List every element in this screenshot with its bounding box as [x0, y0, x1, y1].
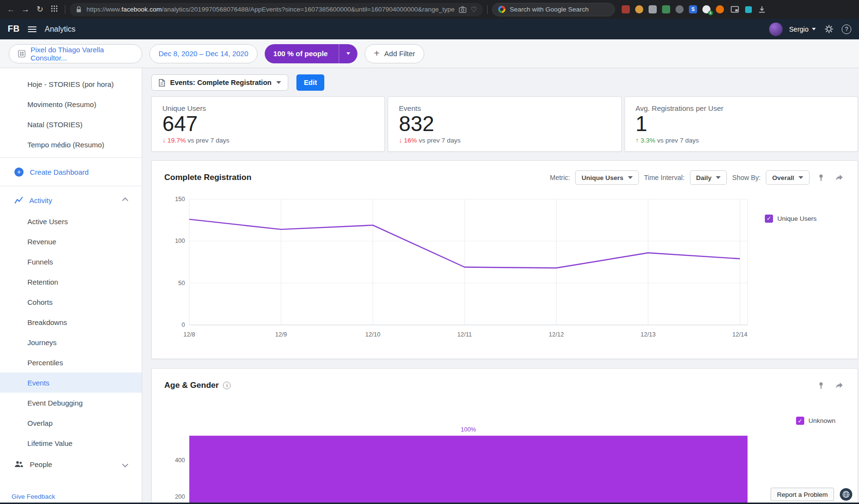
svg-text:100: 100 — [175, 238, 185, 244]
date-range-selector[interactable]: Dec 8, 2020 – Dec 14, 2020 — [149, 44, 258, 63]
sidebar: Hoje - STORIES (por hora)Movimento (Resu… — [0, 68, 142, 504]
sidebar-item-events[interactable]: Events — [0, 372, 142, 393]
activity-icon — [14, 196, 23, 204]
download-icon[interactable] — [758, 6, 766, 13]
chevron-down-icon — [716, 176, 721, 179]
entity-name: Pixel do Thiago Varella Consultor... — [31, 46, 134, 62]
user-menu[interactable]: Sergio — [789, 25, 816, 33]
info-icon[interactable]: i — [223, 382, 231, 389]
sidebar-item-lifetime-value[interactable]: Lifetime Value — [0, 433, 142, 453]
chevron-down-icon — [276, 81, 281, 84]
chart-title: Age & Gender — [164, 381, 219, 390]
extension-icon-1[interactable] — [622, 5, 630, 13]
document-icon — [159, 79, 165, 87]
hamburger-menu-icon[interactable] — [28, 26, 37, 32]
sidebar-item-natal-stories[interactable]: Natal (STORIES) — [0, 114, 142, 134]
edit-button[interactable]: Edit — [296, 74, 324, 91]
report-problem-button[interactable]: Report a Problem — [771, 488, 834, 501]
sidebar-item-percentiles[interactable]: Percentiles — [0, 352, 142, 372]
fb-logo[interactable]: FB — [8, 24, 20, 34]
time-interval-select[interactable]: Daily — [690, 170, 727, 185]
back-button[interactable]: ← — [5, 5, 17, 14]
show-by-select[interactable]: Overall — [766, 170, 810, 185]
url-bar[interactable]: https://www.facebook.com/analytics/20199… — [70, 3, 483, 16]
svg-text:50: 50 — [178, 280, 185, 287]
sidebar-item-active-users[interactable]: Active Users — [0, 211, 142, 231]
sidebar-item-hoje-stories-por-hora[interactable]: Hoje - STORIES (por hora) — [0, 74, 142, 94]
event-selector[interactable]: Events: Complete Registration — [151, 74, 288, 91]
time-interval-label: Time Interval: — [644, 174, 685, 181]
fullscreen-icon[interactable] — [731, 6, 739, 13]
extension-icon-8[interactable] — [716, 5, 724, 13]
chevron-down-icon — [798, 176, 803, 179]
globe-icon[interactable] — [840, 488, 852, 501]
reload-button[interactable]: ↻ — [34, 4, 46, 14]
legend-checkbox[interactable]: ✓ — [796, 417, 804, 425]
apps-grid-icon[interactable] — [48, 5, 61, 14]
forward-button[interactable]: → — [19, 5, 32, 14]
sidebar-item-event-debugging[interactable]: Event Debugging — [0, 393, 142, 413]
legend-label: Unique Users — [777, 215, 817, 222]
svg-text:12/12: 12/12 — [549, 331, 564, 338]
heart-icon[interactable]: ♡ — [471, 5, 477, 14]
sidebar-item-cohorts[interactable]: Cohorts — [0, 292, 142, 312]
extension-icon-4[interactable] — [662, 5, 670, 13]
stat-delta: ↑ 3.3% — [636, 137, 655, 144]
create-dashboard-label: Create Dashboard — [30, 168, 89, 176]
sidebar-item-breakdowns[interactable]: Breakdowns — [0, 312, 142, 332]
avatar[interactable] — [769, 23, 783, 36]
extension-icon-7[interactable]: 1 — [702, 5, 711, 13]
svg-text:200: 200 — [175, 493, 185, 500]
chart-legend: ✓ Unique Users — [765, 214, 817, 223]
extension-icon-5[interactable] — [675, 5, 684, 13]
sidebar-section-activity[interactable]: Activity — [0, 189, 142, 211]
stat-label: Events — [399, 104, 610, 112]
sidebar-section-people[interactable]: People — [0, 453, 142, 475]
people-filter-text: 100 % of people — [273, 49, 328, 58]
sidebar-item-tempo-m-dio-resumo[interactable]: Tempo médio (Resumo) — [0, 134, 142, 155]
sidebar-item-journeys[interactable]: Journeys — [0, 332, 142, 352]
registration-line-chart: 05010015012/812/912/1012/1112/1212/1312/… — [164, 192, 750, 341]
chevron-down-icon — [346, 52, 350, 55]
sidebar-item-create-dashboard[interactable]: + Create Dashboard — [0, 161, 142, 183]
people-filter-caret[interactable] — [339, 44, 357, 63]
stat-delta-suffix: vs prev 7 days — [657, 137, 699, 144]
metric-select[interactable]: Unique Users — [575, 170, 638, 185]
content: Hoje - STORIES (por hora)Movimento (Resu… — [0, 68, 859, 504]
help-icon[interactable]: ? — [842, 24, 851, 34]
camera-icon[interactable] — [459, 6, 466, 13]
entity-selector[interactable]: Pixel do Thiago Varella Consultor... — [9, 44, 142, 63]
share-icon[interactable] — [833, 379, 845, 392]
dashboard-list: Hoje - STORIES (por hora)Movimento (Resu… — [0, 74, 142, 155]
filter-toolbar: Pixel do Thiago Varella Consultor... Dec… — [0, 39, 859, 68]
extension-icon-3[interactable] — [649, 5, 657, 13]
people-label: People — [30, 460, 52, 468]
sidebar-item-funnels[interactable]: Funnels — [0, 252, 142, 272]
svg-text:400: 400 — [175, 457, 185, 464]
google-search-box[interactable]: Search with Google Search — [492, 3, 615, 16]
sidebar-item-overlap[interactable]: Overlap — [0, 413, 142, 433]
age-gender-card: Age & Gender i ✓ Unknown 400200100% — [151, 368, 858, 504]
plus-circle-icon: + — [14, 168, 24, 177]
give-feedback-link[interactable]: Give Feedback — [12, 493, 55, 500]
sidebar-item-revenue[interactable]: Revenue — [0, 231, 142, 252]
stat-delta-suffix: vs prev 7 days — [188, 137, 230, 144]
people-filter[interactable]: 100 % of people — [265, 44, 357, 63]
share-icon[interactable] — [833, 171, 845, 184]
svg-text:12/8: 12/8 — [184, 331, 195, 338]
chart-title: Complete Registration — [164, 173, 251, 182]
google-search-text: Search with Google Search — [510, 6, 589, 13]
sidebar-item-retention[interactable]: Retention — [0, 272, 142, 292]
settings-gear-icon[interactable] — [822, 23, 835, 36]
sidebar-item-movimento-resumo[interactable]: Movimento (Resumo) — [0, 94, 142, 114]
browser-chrome: ← → ↻ https://www.facebook.com/analytics… — [0, 0, 859, 19]
pin-icon[interactable] — [815, 379, 827, 392]
toolbar-divider — [65, 5, 65, 14]
extension-icon-2[interactable] — [635, 5, 643, 13]
legend-checkbox[interactable]: ✓ — [765, 215, 773, 223]
panel-icon[interactable] — [745, 6, 752, 13]
add-filter-button[interactable]: + Add Filter — [365, 44, 424, 63]
extension-icon-6[interactable]: S — [689, 5, 697, 13]
sidebar-divider — [0, 186, 142, 186]
pin-icon[interactable] — [815, 171, 827, 184]
